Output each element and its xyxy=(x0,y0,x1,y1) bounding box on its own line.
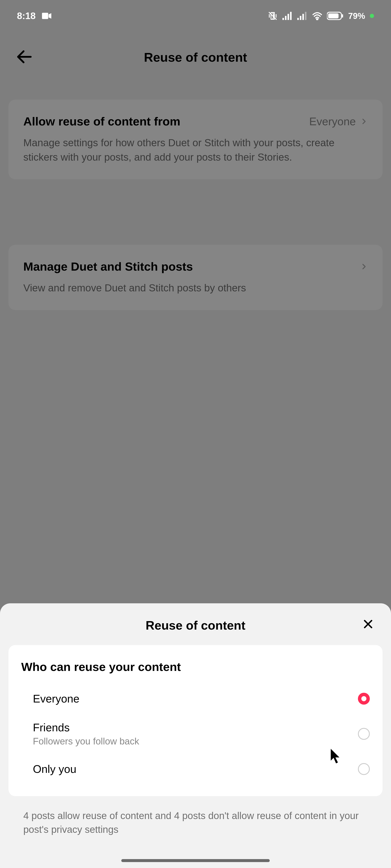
sheet-title: Reuse of content xyxy=(146,618,245,632)
vibrate-icon xyxy=(268,11,278,21)
svg-rect-15 xyxy=(328,13,339,18)
svg-rect-12 xyxy=(305,12,306,20)
svg-rect-8 xyxy=(290,12,292,20)
close-icon xyxy=(362,618,374,630)
cursor-icon xyxy=(330,748,343,765)
svg-rect-16 xyxy=(342,14,343,18)
radio-selected-icon xyxy=(358,693,370,705)
close-button[interactable] xyxy=(362,618,374,631)
option-label: Friends xyxy=(33,721,139,734)
svg-rect-10 xyxy=(300,16,301,20)
options-card: Who can reuse your content Everyone Frie… xyxy=(8,645,383,796)
option-label: Only you xyxy=(33,763,76,775)
home-indicator[interactable] xyxy=(121,859,270,862)
privacy-dot-icon xyxy=(370,14,374,18)
option-sublabel: Followers you follow back xyxy=(33,736,139,747)
signal-icon xyxy=(297,12,307,20)
svg-point-13 xyxy=(317,19,318,20)
status-bar: 8:18 79% xyxy=(0,0,391,32)
option-label: Everyone xyxy=(33,692,80,705)
videocam-icon xyxy=(42,13,51,19)
radio-unselected-icon xyxy=(358,728,370,740)
signal-icon xyxy=(282,12,293,20)
battery-icon xyxy=(327,12,343,20)
wifi-icon xyxy=(312,12,322,20)
sheet-subtitle: Who can reuse your content xyxy=(21,660,370,674)
svg-rect-1 xyxy=(42,13,48,19)
option-everyone[interactable]: Everyone xyxy=(21,684,370,713)
option-friends[interactable]: Friends Followers you follow back xyxy=(21,713,370,755)
svg-rect-11 xyxy=(302,14,304,20)
svg-rect-7 xyxy=(288,14,289,20)
svg-rect-5 xyxy=(282,18,284,20)
sheet-footer-text: 4 posts allow reuse of content and 4 pos… xyxy=(0,796,391,868)
svg-rect-9 xyxy=(297,18,299,20)
option-only-you[interactable]: Only you xyxy=(21,755,370,783)
reuse-content-sheet: Reuse of content Who can reuse your cont… xyxy=(0,603,391,868)
status-battery: 79% xyxy=(348,11,365,21)
radio-unselected-icon xyxy=(358,763,370,775)
svg-rect-6 xyxy=(285,16,287,20)
status-time: 8:18 xyxy=(17,10,36,21)
